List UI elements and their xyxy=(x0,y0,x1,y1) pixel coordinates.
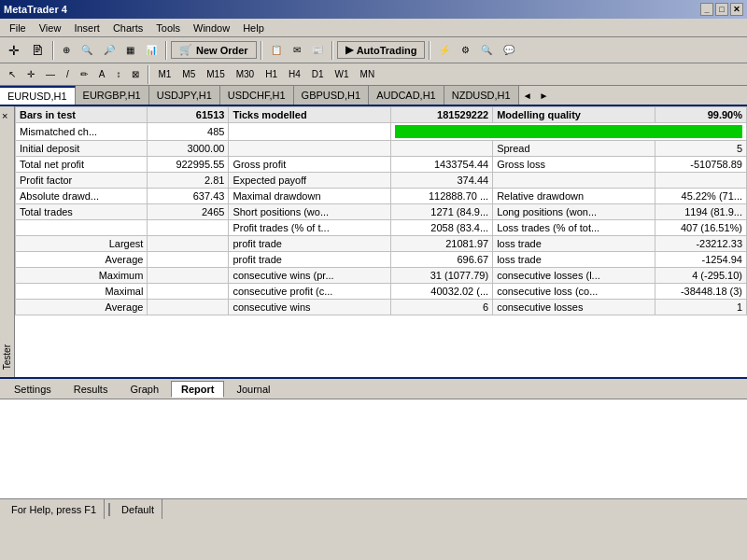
menu-insert[interactable]: Insert xyxy=(68,21,106,35)
new-chart-icon: ✛ xyxy=(8,43,20,58)
mail-icon: ✉ xyxy=(293,45,301,55)
menu-tools[interactable]: Tools xyxy=(150,21,186,35)
new-order-button[interactable]: 🛒 New Order xyxy=(171,41,257,59)
tab-report[interactable]: Report xyxy=(171,381,224,398)
tf-m5[interactable]: M5 xyxy=(177,67,200,81)
row-label2-12: consecutive wins xyxy=(229,300,391,315)
tab-journal[interactable]: Journal xyxy=(226,381,280,398)
row-label-2: Initial deposit xyxy=(16,141,148,157)
menu-view[interactable]: View xyxy=(34,21,67,35)
toolbar-sep2 xyxy=(165,41,167,60)
text-button[interactable]: A xyxy=(94,66,110,82)
row-value1-9 xyxy=(148,252,229,268)
minimize-button[interactable]: _ xyxy=(700,3,713,16)
row-label-3: Total net profit xyxy=(16,157,148,173)
zoom-out-button[interactable]: 🔎 xyxy=(99,42,120,58)
zoom-out-icon: 🔎 xyxy=(104,45,115,55)
symbol-tab-eurgbp[interactable]: EURGBP,H1 xyxy=(76,86,149,105)
search-button[interactable]: 🔍 xyxy=(476,42,497,58)
row-label2-8: profit trade xyxy=(229,236,391,252)
row-value2-5: 112888.70 ... xyxy=(391,189,493,204)
delete-icon: ⊠ xyxy=(132,69,139,79)
autotrading-icon: ▶ xyxy=(345,44,353,56)
menu-file[interactable]: File xyxy=(4,21,32,35)
menu-bar: File View Insert Charts Tools Window Hel… xyxy=(0,19,747,37)
row-label3-6: Long positions (won... xyxy=(493,204,655,220)
tester-label-text: Tester xyxy=(2,344,12,370)
menu-window[interactable]: Window xyxy=(188,21,235,35)
row-label2-5: Maximal drawdown xyxy=(229,189,391,204)
open-button[interactable]: 🖹 xyxy=(26,40,49,61)
draw-icon: ✏ xyxy=(80,69,88,79)
tab-results[interactable]: Results xyxy=(63,381,119,398)
row-label-12: Average xyxy=(16,300,148,315)
symbol-tab-usdjpy[interactable]: USDJPY,H1 xyxy=(149,86,220,105)
delete-button[interactable]: ⊠ xyxy=(127,66,144,82)
line-button[interactable]: — xyxy=(41,66,60,82)
help-button[interactable]: 💬 xyxy=(499,42,519,58)
tf-m15[interactable]: M15 xyxy=(202,67,229,81)
indicators-button[interactable]: 📊 xyxy=(141,42,162,58)
symbol-tab-audcad[interactable]: AUDCAD,H1 xyxy=(369,86,444,105)
row-value2-3: 1433754.44 xyxy=(391,157,493,173)
arrow-button[interactable]: ↕ xyxy=(111,66,125,82)
row-value1-12 xyxy=(148,300,229,315)
tab-settings[interactable]: Settings xyxy=(4,381,62,398)
row-label3-9: loss trade xyxy=(493,252,655,268)
tf-w1[interactable]: W1 xyxy=(331,67,354,81)
zoom-in-button[interactable]: 🔍 xyxy=(77,42,97,58)
row-value2-10: 31 (1077.79) xyxy=(391,268,493,284)
row-label2-2 xyxy=(229,141,391,157)
tab-scroll-left[interactable]: ◄ xyxy=(519,89,536,103)
new-order-icon: 🛒 xyxy=(179,44,192,56)
close-button[interactable]: ✕ xyxy=(730,3,743,16)
options-button[interactable]: ⚙ xyxy=(457,42,474,58)
tf-m1[interactable]: M1 xyxy=(153,67,176,81)
mail-button[interactable]: ✉ xyxy=(289,42,305,58)
row-label3-2: Spread xyxy=(493,141,655,157)
hline-button[interactable]: / xyxy=(62,66,74,82)
close-panel-button[interactable]: × xyxy=(2,110,7,121)
maximize-button[interactable]: □ xyxy=(715,3,728,16)
row-label2-0: Ticks modelled xyxy=(229,107,391,123)
chart-properties-button[interactable]: ▦ xyxy=(121,42,139,58)
row-value2-4: 374.44 xyxy=(391,173,493,189)
symbol-tab-eurusd[interactable]: EURUSD,H1 xyxy=(0,86,76,105)
row-value3-0: 99.90% xyxy=(655,107,747,123)
row-value1-0: 61513 xyxy=(148,107,229,123)
toolbar-sep3 xyxy=(261,41,262,60)
news-button[interactable]: 📰 xyxy=(307,42,328,58)
tf-m30[interactable]: M30 xyxy=(232,67,259,81)
symbol-tab-nzdusd[interactable]: NZDUSD,H1 xyxy=(444,86,519,105)
tf-d1[interactable]: D1 xyxy=(307,67,329,81)
tf-mn[interactable]: MN xyxy=(356,67,380,81)
title-bar-buttons[interactable]: _ □ ✕ xyxy=(700,3,743,16)
crosshair2-icon: ✛ xyxy=(27,69,35,79)
alerts-button[interactable]: ⚡ xyxy=(434,42,455,58)
symbol-tab-usdchf[interactable]: USDCHF,H1 xyxy=(220,86,294,105)
tf-h4[interactable]: H4 xyxy=(284,67,305,81)
row-label3-8: loss trade xyxy=(493,236,655,252)
hline-icon: / xyxy=(66,69,69,79)
tester-side-label[interactable]: Tester xyxy=(0,106,15,377)
row-label2-3: Gross profit xyxy=(229,157,391,173)
cursor-button[interactable]: ↖ xyxy=(4,66,21,82)
tf-h1[interactable]: H1 xyxy=(261,67,282,81)
history-button[interactable]: 📋 xyxy=(266,42,287,58)
row-label2-11: consecutive profit (c... xyxy=(229,284,391,300)
symbol-tab-gbpusd[interactable]: GBPUSD,H1 xyxy=(294,86,370,105)
help-status: For Help, press F1 xyxy=(4,499,105,519)
crosshair2-button[interactable]: ✛ xyxy=(22,66,39,82)
tab-graph[interactable]: Graph xyxy=(120,381,169,398)
history-icon: 📋 xyxy=(271,45,282,55)
row-label2-4: Expected payoff xyxy=(229,173,391,189)
autotrading-button[interactable]: ▶ AutoTrading xyxy=(337,41,426,59)
new-chart-button[interactable]: ✛ xyxy=(4,40,24,61)
draw-button[interactable]: ✏ xyxy=(76,66,92,82)
row-value2-8: 21081.97 xyxy=(391,236,493,252)
status-bar: For Help, press F1 Default xyxy=(0,498,747,519)
tab-scroll-right[interactable]: ► xyxy=(536,89,553,103)
menu-help[interactable]: Help xyxy=(237,21,270,35)
crosshair-button[interactable]: ⊕ xyxy=(58,42,75,58)
menu-charts[interactable]: Charts xyxy=(107,21,148,35)
